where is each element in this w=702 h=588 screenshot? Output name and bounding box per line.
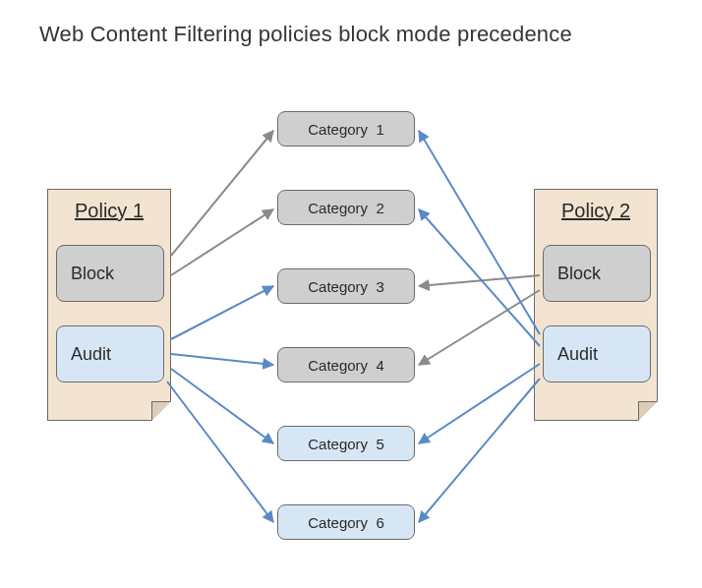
category-1: Category 1 (277, 111, 415, 147)
svg-line-10 (419, 364, 540, 443)
svg-line-1 (171, 209, 273, 275)
category-4: Category 4 (277, 347, 415, 382)
policy-2-audit-box: Audit (543, 325, 651, 382)
svg-line-8 (419, 131, 540, 334)
policy-1-frame: Policy 1 Block Audit (47, 189, 171, 421)
diagram-stage: Web Content Filtering policies block mod… (0, 0, 702, 588)
svg-line-3 (171, 354, 273, 365)
policy-1-audit-label: Audit (71, 344, 111, 365)
policy-1-block-label: Block (71, 264, 114, 284)
policy-1-audit-box: Audit (56, 325, 164, 382)
policy-2-audit-label: Audit (557, 344, 598, 365)
svg-line-2 (171, 286, 273, 339)
svg-line-7 (419, 290, 540, 365)
svg-line-11 (419, 379, 540, 522)
category-3: Category 3 (277, 268, 415, 304)
policy-1-title: Policy 1 (48, 200, 170, 222)
diagram-title: Web Content Filtering policies block mod… (39, 22, 572, 47)
category-5: Category 5 (277, 426, 415, 461)
svg-line-9 (419, 209, 540, 346)
policy-2-title: Policy 2 (535, 200, 657, 222)
policy-2-block-box: Block (543, 245, 651, 302)
svg-line-6 (419, 275, 540, 286)
svg-line-4 (171, 369, 273, 443)
category-2: Category 2 (277, 190, 415, 225)
policy-2-block-label: Block (557, 264, 601, 284)
category-6: Category 6 (277, 504, 415, 540)
svg-line-0 (171, 131, 273, 256)
policy-1-block-box: Block (56, 245, 164, 302)
policy-2-frame: Policy 2 Block Audit (534, 189, 658, 421)
svg-line-5 (167, 382, 273, 522)
